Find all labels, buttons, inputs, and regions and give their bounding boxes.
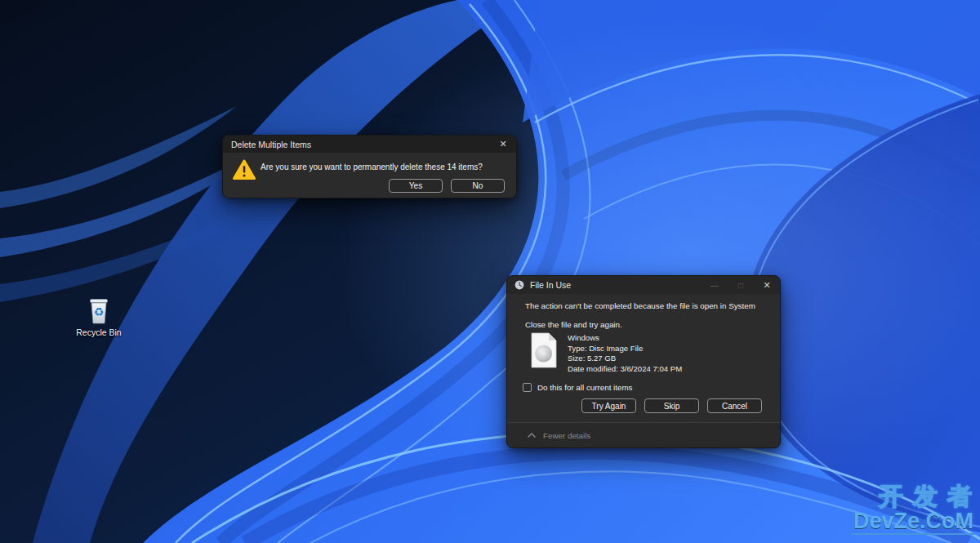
desktop-wallpaper [0, 0, 980, 543]
do-this-for-all-label: Do this for all current items [537, 383, 633, 392]
file-in-use-titlebar[interactable]: File In Use — □ ✕ [507, 276, 780, 294]
do-this-for-all-checkbox[interactable] [523, 383, 532, 392]
file-size: Size: 5.27 GB [568, 354, 682, 364]
file-in-use-title: File In Use [524, 280, 702, 290]
file-name: Windows [568, 333, 682, 344]
delete-dialog-titlebar[interactable]: Delete Multiple Items ✕ [223, 136, 516, 153]
fewer-details-toggle[interactable]: Fewer details [507, 422, 780, 447]
delete-dialog: Delete Multiple Items ✕ Are you sure you… [222, 135, 517, 198]
watermark: 开发者 DevZe.CoM [852, 483, 975, 535]
file-in-use-instruction: Close the file and try again. [525, 320, 622, 329]
file-date-modified: Date modified: 3/6/2024 7:04 PM [568, 364, 682, 375]
try-again-button[interactable]: Try Again [581, 398, 636, 413]
file-in-use-dialog: File In Use — □ ✕ The action can't be co… [506, 275, 781, 448]
recycle-bin-icon[interactable]: ♻ Recycle Bin [70, 297, 127, 337]
watermark-line1: 开发者 [852, 483, 980, 510]
watermark-line2: DevZe.CoM [852, 510, 975, 535]
recycle-bin-label: Recycle Bin [70, 327, 127, 337]
file-details: Windows Type: Disc Image File Size: 5.27… [568, 333, 682, 374]
file-in-use-message: The action can't be completed because th… [525, 301, 755, 310]
file-in-use-clock-icon [514, 280, 524, 290]
close-icon[interactable]: ✕ [754, 276, 780, 294]
disc-image-file-icon [530, 332, 558, 368]
desktop: ♻ Recycle Bin Delete Multiple Items ✕ Ar… [0, 0, 980, 543]
delete-dialog-message: Are you sure you want to permanently del… [261, 162, 483, 171]
warning-icon [233, 159, 256, 180]
recycle-bin-glyph: ♻ [87, 297, 111, 325]
file-type: Type: Disc Image File [568, 344, 682, 354]
cancel-button[interactable]: Cancel [707, 398, 762, 413]
delete-dialog-title: Delete Multiple Items [223, 140, 490, 149]
close-icon[interactable]: ✕ [490, 136, 516, 153]
skip-button[interactable]: Skip [644, 398, 699, 413]
maximize-icon[interactable]: □ [728, 276, 754, 294]
fewer-details-label: Fewer details [543, 431, 590, 440]
minimize-icon[interactable]: — [702, 276, 728, 294]
chevron-up-icon [528, 433, 536, 438]
svg-text:♻: ♻ [94, 305, 105, 318]
yes-button[interactable]: Yes [389, 179, 443, 193]
no-button[interactable]: No [451, 179, 505, 193]
